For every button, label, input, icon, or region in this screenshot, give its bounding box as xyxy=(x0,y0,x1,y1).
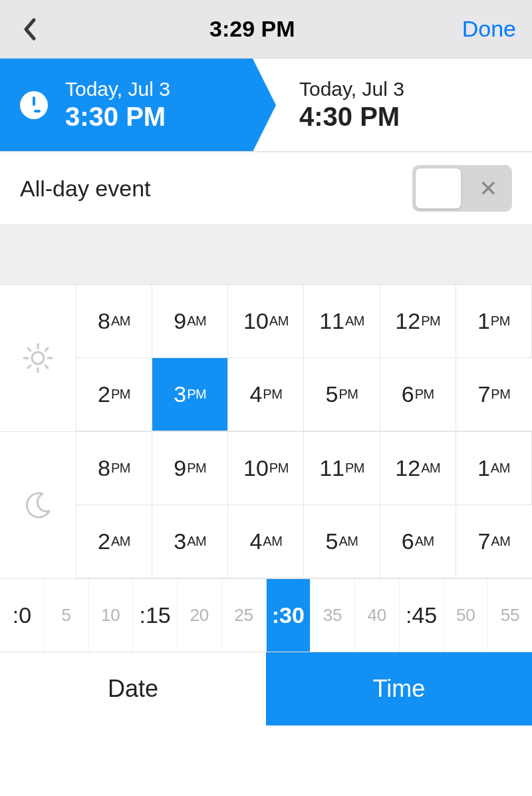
hour-cell[interactable]: 8AM xyxy=(76,285,152,358)
hour-cell[interactable]: 9PM xyxy=(152,432,228,505)
back-button[interactable] xyxy=(16,16,43,43)
minute-cell[interactable]: :45 xyxy=(400,579,444,652)
hour-number: 6 xyxy=(402,528,414,554)
hour-cell[interactable]: 6AM xyxy=(380,505,456,578)
hour-cell[interactable]: 4PM xyxy=(228,358,304,431)
svg-point-0 xyxy=(32,352,44,364)
start-time-label: 3:30 PM xyxy=(65,102,170,132)
hour-cell[interactable]: 11PM xyxy=(304,432,380,505)
hour-number: 6 xyxy=(402,381,414,407)
hour-cell[interactable]: 6PM xyxy=(380,358,456,431)
end-time-selector[interactable]: Today, Jul 3 4:30 PM xyxy=(253,59,532,151)
svg-line-6 xyxy=(45,365,48,368)
hour-number: 7 xyxy=(477,528,490,554)
nav-header: 3:29 PM Done xyxy=(0,0,532,59)
hour-ampm: AM xyxy=(187,313,206,329)
moon-icon xyxy=(0,432,76,578)
hour-cell[interactable]: 12AM xyxy=(380,432,456,505)
hour-number: 1 xyxy=(477,308,490,334)
hour-ampm: PM xyxy=(187,461,206,476)
hour-number: 3 xyxy=(174,381,186,407)
tab-time[interactable]: Time xyxy=(266,652,532,725)
minute-cell[interactable]: :15 xyxy=(133,579,178,652)
all-day-toggle[interactable]: ✕ xyxy=(412,165,512,212)
minute-cell[interactable]: 25 xyxy=(222,579,267,652)
hour-cell[interactable]: 3PM xyxy=(152,358,228,431)
hour-cell[interactable]: 2AM xyxy=(76,505,152,578)
hour-cell[interactable]: 10AM xyxy=(228,285,304,358)
hour-cell[interactable]: 1AM xyxy=(456,432,532,505)
minute-cell[interactable]: 10 xyxy=(89,579,134,652)
hour-cell[interactable]: 12PM xyxy=(380,285,456,358)
hour-cell[interactable]: 7AM xyxy=(456,505,532,578)
day-hours-grid: 8AM9AM10AM11AM12PM1PM2PM3PM4PM5PM6PM7PM xyxy=(76,285,532,431)
hour-ampm: PM xyxy=(415,387,434,402)
minute-cell[interactable]: :0 xyxy=(0,579,45,652)
night-hours-block: 8PM9PM10PM11PM12AM1AM2AM3AM4AM5AM6AM7AM xyxy=(0,432,532,579)
hour-number: 5 xyxy=(326,528,338,554)
hour-cell[interactable]: 4AM xyxy=(228,505,304,578)
hour-cell[interactable]: 1PM xyxy=(456,285,532,358)
minute-cell[interactable]: 20 xyxy=(178,579,222,652)
minute-cell[interactable]: 50 xyxy=(444,579,489,652)
hour-cell[interactable]: 5PM xyxy=(304,358,380,431)
hour-number: 10 xyxy=(243,455,269,481)
hour-number: 5 xyxy=(326,381,338,407)
hour-ampm: PM xyxy=(111,387,130,402)
hour-number: 12 xyxy=(395,308,420,334)
minute-cell[interactable]: :30 xyxy=(267,579,311,652)
hour-ampm: PM xyxy=(345,461,364,476)
sun-icon xyxy=(0,285,76,431)
hour-cell[interactable]: 10PM xyxy=(228,432,304,505)
hour-ampm: PM xyxy=(111,461,130,476)
svg-line-7 xyxy=(45,348,48,351)
hour-cell[interactable]: 2PM xyxy=(76,358,152,431)
chevron-left-icon xyxy=(22,17,37,41)
hour-ampm: AM xyxy=(421,461,440,476)
hour-ampm: PM xyxy=(491,313,510,329)
hour-ampm: PM xyxy=(339,387,358,402)
hour-ampm: AM xyxy=(263,534,282,549)
all-day-label: All-day event xyxy=(20,176,151,202)
svg-line-5 xyxy=(28,348,31,351)
minute-cell[interactable]: 40 xyxy=(355,579,400,652)
section-divider xyxy=(0,225,532,285)
hour-cell[interactable]: 11AM xyxy=(304,285,380,358)
hour-ampm: PM xyxy=(491,387,510,402)
hour-number: 8 xyxy=(98,455,110,481)
minutes-row: :0510:152025:303540:455055 xyxy=(0,579,532,652)
tab-date[interactable]: Date xyxy=(0,652,266,725)
hour-cell[interactable]: 3AM xyxy=(152,505,228,578)
end-time-label: 4:30 PM xyxy=(299,102,404,132)
start-time-selector[interactable]: Today, Jul 3 3:30 PM xyxy=(0,59,253,151)
hour-number: 2 xyxy=(98,381,110,407)
start-date-label: Today, Jul 3 xyxy=(65,78,170,100)
hour-ampm: AM xyxy=(345,313,364,329)
night-hours-grid: 8PM9PM10PM11PM12AM1AM2AM3AM4AM5AM6AM7AM xyxy=(76,432,532,578)
hour-number: 12 xyxy=(395,455,420,481)
bottom-tabs: Date Time xyxy=(0,652,532,725)
minute-cell[interactable]: 35 xyxy=(311,579,355,652)
hour-ampm: AM xyxy=(187,534,206,549)
hour-ampm: AM xyxy=(269,313,289,329)
hour-number: 4 xyxy=(249,528,262,554)
hour-number: 2 xyxy=(98,528,110,554)
hour-number: 11 xyxy=(319,308,344,334)
time-range: Today, Jul 3 3:30 PM Today, Jul 3 4:30 P… xyxy=(0,59,532,152)
end-date-label: Today, Jul 3 xyxy=(299,78,404,100)
hour-ampm: AM xyxy=(415,534,434,549)
header-title: 3:29 PM xyxy=(43,16,462,42)
hour-ampm: PM xyxy=(187,387,206,402)
hour-cell[interactable]: 5AM xyxy=(304,505,380,578)
hour-cell[interactable]: 8PM xyxy=(76,432,152,505)
hour-cell[interactable]: 9AM xyxy=(152,285,228,358)
all-day-row: All-day event ✕ xyxy=(0,152,532,225)
close-icon: ✕ xyxy=(479,175,497,202)
done-button[interactable]: Done xyxy=(462,16,516,42)
minute-cell[interactable]: 55 xyxy=(488,579,532,652)
hour-cell[interactable]: 7PM xyxy=(456,358,532,431)
hour-number: 10 xyxy=(243,308,269,334)
hour-ampm: AM xyxy=(111,313,130,329)
hour-number: 9 xyxy=(174,455,186,481)
minute-cell[interactable]: 5 xyxy=(45,579,89,652)
